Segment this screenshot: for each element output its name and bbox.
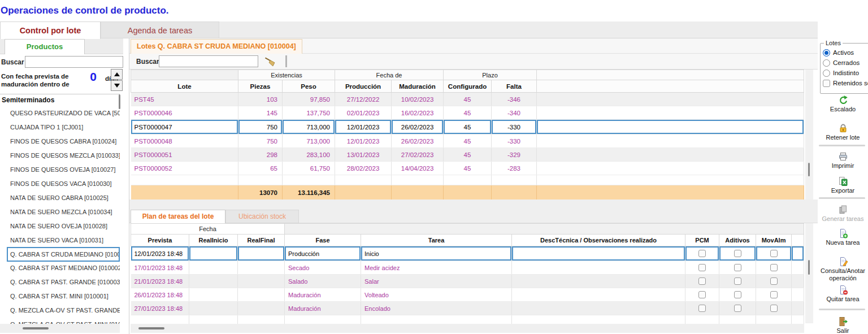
cell-peso[interactable]: 97,850 xyxy=(283,93,335,106)
task-row[interactable]: 26/01/2023 18:48 Maduración Volteado xyxy=(131,288,804,302)
product-item[interactable]: Q. CABRA ST PAST. GRANDE [010003] xyxy=(0,275,120,289)
lote-row[interactable]: PST45 103 97,850 27/12/2022 10/02/2023 4… xyxy=(131,93,804,106)
nueva-tarea-button[interactable]: Nueva tarea xyxy=(818,228,868,246)
cell-piezas[interactable]: 750 xyxy=(238,135,283,148)
cell-prevista[interactable]: 17/01/2023 18:48 xyxy=(131,261,189,275)
radio-activos[interactable]: Activos xyxy=(823,47,868,58)
task-row-empty[interactable] xyxy=(131,315,804,324)
lote-row-empty[interactable] xyxy=(131,175,804,185)
cell-produccion[interactable]: 12/01/2023 xyxy=(335,135,392,148)
cell-desctecnica[interactable] xyxy=(512,302,685,315)
cell-desctecnica[interactable] xyxy=(512,288,685,302)
clear-filter-button[interactable] xyxy=(264,55,276,68)
cell-produccion[interactable]: 02/01/2023 xyxy=(335,106,392,120)
product-item[interactable]: Q. CABRA ST PAST. MINI [010001] xyxy=(0,289,120,303)
cell-configurado[interactable]: 45 xyxy=(444,106,492,120)
aditivos-checkbox[interactable] xyxy=(734,305,741,312)
pcm-checkbox[interactable] xyxy=(698,291,706,298)
product-item-selected[interactable]: Q. CABRA ST CRUDA MEDIANO [0100 xyxy=(7,248,119,261)
product-item[interactable]: FINOS DE QUESOS VACA [010030] xyxy=(0,177,120,191)
cell-piezas[interactable]: 750 xyxy=(238,120,283,135)
consulta-anotar-button[interactable]: Consulta/Anotar operación xyxy=(818,257,868,282)
cell-falta[interactable]: -340 xyxy=(492,106,537,120)
cell-falta[interactable]: -330 xyxy=(492,135,537,148)
tab-control-por-lote[interactable]: Control por lote xyxy=(0,21,101,39)
cell-lote[interactable]: PST0000052 xyxy=(131,162,238,175)
product-item[interactable]: FINOS DE QUESOS MEZCLA [010033] xyxy=(0,149,120,163)
stepper-down-button[interactable] xyxy=(111,80,123,91)
cell-prevista[interactable]: 26/01/2023 18:48 xyxy=(131,288,189,302)
tab-ubicacion-stock[interactable]: Ubicación stock xyxy=(225,210,299,223)
checkbox-retenidos[interactable]: Retenidos sol xyxy=(823,78,868,88)
cell-lote[interactable]: PST0000048 xyxy=(131,135,238,148)
cell-desctecnica[interactable] xyxy=(512,246,685,261)
cell-produccion[interactable]: 13/01/2023 xyxy=(335,148,392,162)
tasks-table-vertical-scrollbar[interactable] xyxy=(808,260,810,275)
aditivos-checkbox[interactable] xyxy=(734,291,741,298)
tasks-table-horizontal-scrollbar[interactable] xyxy=(138,327,164,329)
product-item[interactable]: CUAJADA TIPO 1 [CJ001] xyxy=(0,120,120,135)
lotes-table-vertical-scrollbar[interactable] xyxy=(808,163,810,176)
tab-productos[interactable]: Productos xyxy=(5,39,85,54)
cell-maduracion[interactable]: 10/02/2023 xyxy=(392,93,444,106)
radio-indistinto[interactable]: Indistinto xyxy=(823,68,868,78)
lote-row[interactable]: PST0000048 750 713,000 12/01/2023 26/02/… xyxy=(131,135,804,148)
cell-desctecnica[interactable] xyxy=(512,261,685,275)
stepper-up-button[interactable] xyxy=(111,69,123,80)
product-item[interactable]: NATA DE SUERO CABRA [010025] xyxy=(0,191,120,205)
aditivos-checkbox[interactable] xyxy=(734,264,741,271)
pcm-checkbox[interactable] xyxy=(698,250,706,257)
product-item[interactable]: NATA DE SUERO VACA [010031] xyxy=(0,233,120,248)
pcm-checkbox[interactable] xyxy=(698,305,706,312)
cell-fase[interactable]: Maduración xyxy=(285,288,361,302)
cell-realinicio[interactable] xyxy=(189,246,238,261)
movalm-checkbox[interactable] xyxy=(770,291,778,298)
cell-piezas[interactable]: 65 xyxy=(238,162,283,175)
cell-piezas[interactable]: 298 xyxy=(238,148,283,162)
cell-produccion[interactable]: 12/01/2023 xyxy=(335,120,392,135)
cell-realfinal[interactable] xyxy=(238,261,285,275)
cell-maduracion[interactable]: 26/02/2023 xyxy=(392,120,444,135)
lote-row[interactable]: PST0000052 65 61,750 28/02/2023 14/04/20… xyxy=(131,162,804,175)
movalm-checkbox[interactable] xyxy=(770,305,778,312)
cell-desctecnica[interactable] xyxy=(512,275,685,288)
cell-fase[interactable]: Maduración xyxy=(285,302,361,315)
cell-fase[interactable]: Producción xyxy=(285,246,361,261)
cell-tarea[interactable]: Encolado xyxy=(361,302,512,315)
radio-cerrados[interactable]: Cerrados xyxy=(823,58,868,68)
cell-configurado[interactable]: 45 xyxy=(444,135,492,148)
cell-fase[interactable]: Salado xyxy=(285,275,361,288)
product-item[interactable]: FINOS DE QUESOS OVEJA [010027] xyxy=(0,163,120,177)
lote-row-selected[interactable]: PST0000047 750 713,000 12/01/2023 26/02/… xyxy=(131,120,804,135)
cell-produccion[interactable]: 28/02/2023 xyxy=(335,162,392,175)
cell-realinicio[interactable] xyxy=(189,275,238,288)
cell-lote[interactable]: PST45 xyxy=(131,93,238,106)
cell-prevista[interactable]: 21/01/2023 18:48 xyxy=(131,275,189,288)
task-row[interactable]: 21/01/2023 18:48 Salado Salar xyxy=(131,275,804,288)
cell-configurado[interactable]: 45 xyxy=(444,148,492,162)
cell-realfinal[interactable] xyxy=(238,288,285,302)
task-row[interactable]: 27/01/2023 18:48 Maduración Encolado xyxy=(131,302,804,315)
task-row-selected[interactable]: 12/01/2023 18:48 Producción Inicio xyxy=(131,246,804,261)
cell-piezas[interactable]: 145 xyxy=(238,106,283,120)
product-item[interactable]: NATA DE SUERO MEZCLA [010034] xyxy=(0,205,120,219)
quitar-tarea-button[interactable]: Quitar tarea xyxy=(818,285,868,303)
cell-maduracion[interactable]: 14/04/2023 xyxy=(392,162,444,175)
product-item[interactable]: FINOS DE QUESOS CABRA [010024] xyxy=(0,135,120,149)
cell-peso[interactable]: 137,750 xyxy=(283,106,335,120)
imprimir-button[interactable]: Imprimir xyxy=(818,151,868,170)
cell-tarea[interactable]: Inicio xyxy=(361,246,512,261)
task-row[interactable]: 17/01/2023 18:48 Secado Medir acidez xyxy=(131,261,804,275)
cell-prevista[interactable]: 27/01/2023 18:48 xyxy=(131,302,189,315)
cell-maduracion[interactable]: 27/02/2023 xyxy=(392,148,444,162)
cell-falta[interactable]: -346 xyxy=(492,93,537,106)
lote-row[interactable]: PST0000046 145 137,750 02/01/2023 16/02/… xyxy=(131,106,804,120)
cell-tarea[interactable]: Volteado xyxy=(361,288,512,302)
cell-lote[interactable]: PST0000051 xyxy=(131,148,238,162)
cell-piezas[interactable]: 103 xyxy=(238,93,283,106)
pcm-checkbox[interactable] xyxy=(698,277,706,285)
cell-configurado[interactable]: 45 xyxy=(444,162,492,175)
cell-falta[interactable]: -283 xyxy=(492,162,537,175)
tab-agenda-de-tareas[interactable]: Agenda de tareas xyxy=(101,21,219,38)
lotes-search-input[interactable] xyxy=(159,55,258,67)
